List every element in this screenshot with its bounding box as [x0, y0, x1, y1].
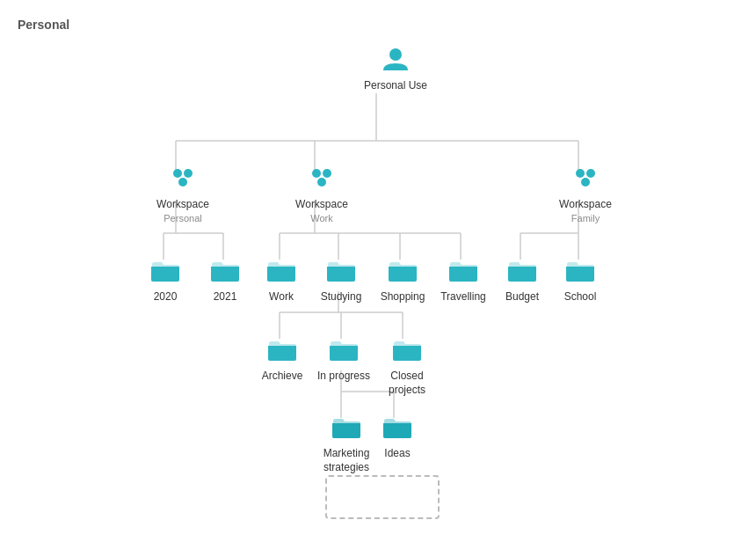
folder-work: Work: [258, 255, 304, 304]
svg-point-32: [312, 169, 321, 178]
folder-marketing-icon: [331, 412, 362, 443]
workspace-work-sublabel: Work: [310, 213, 332, 223]
folder-budget-label: Budget: [505, 290, 539, 304]
workspace-family-icon: [570, 163, 601, 194]
folder-shopping-label: Shopping: [381, 290, 425, 304]
folder-travelling-label: Travelling: [440, 290, 486, 304]
folder-closed-projects: Closed projects: [376, 334, 438, 397]
svg-point-29: [173, 169, 182, 178]
workspace-work-icon: [306, 163, 338, 194]
folder-work-icon: [265, 255, 297, 287]
folder-budget-icon: [506, 255, 538, 287]
svg-point-35: [576, 169, 585, 178]
workspace-personal-icon: [167, 163, 199, 194]
svg-point-33: [323, 169, 331, 178]
folder-2020: 2020: [142, 255, 188, 304]
folder-ideas-icon: [382, 412, 413, 443]
workspace-work-label: Workspace: [295, 198, 348, 212]
dashed-placeholder: [325, 475, 440, 519]
folder-archieve: Archieve: [257, 334, 308, 384]
person-icon: [380, 44, 411, 76]
folder-inprogress-icon: [328, 334, 360, 366]
folder-inprogress: In progress: [316, 334, 371, 384]
folder-work-label: Work: [269, 290, 294, 304]
folder-school-label: School: [564, 290, 597, 304]
workspace-personal-sublabel: Personal: [164, 213, 201, 223]
root-label: Personal Use: [364, 79, 427, 93]
folder-travelling-icon: [447, 255, 479, 287]
workspace-family-label: Workspace: [559, 198, 612, 212]
folder-2021-icon: [209, 255, 241, 287]
folder-budget: Budget: [498, 255, 547, 304]
folder-ideas-label: Ideas: [384, 447, 410, 461]
folder-archieve-label: Archieve: [262, 370, 303, 384]
folder-travelling: Travelling: [436, 255, 491, 304]
folder-shopping-icon: [387, 255, 418, 287]
svg-point-36: [586, 169, 595, 178]
folder-inprogress-label: In progress: [317, 370, 370, 384]
folder-school-icon: [564, 255, 596, 287]
folder-closed-icon: [391, 334, 423, 366]
svg-point-31: [178, 178, 187, 187]
workspace-personal: Workspace Personal: [151, 163, 214, 223]
workspace-family-sublabel: Family: [571, 213, 600, 223]
folder-shopping: Shopping: [378, 255, 427, 304]
folder-2021-label: 2021: [214, 290, 237, 304]
folder-2020-label: 2020: [154, 290, 178, 304]
folder-school: School: [557, 255, 603, 304]
svg-point-37: [581, 178, 590, 187]
folder-closed-label: Closed projects: [376, 370, 438, 397]
folder-archieve-icon: [266, 334, 298, 366]
root-node: Personal Use: [360, 44, 431, 93]
folder-ideas: Ideas: [374, 412, 420, 461]
workspace-family: Workspace Family: [554, 163, 617, 223]
svg-point-30: [184, 169, 193, 178]
workspace-personal-label: Workspace: [156, 198, 209, 212]
folder-studying-label: Studying: [321, 290, 362, 304]
svg-point-28: [389, 48, 402, 61]
folder-2021: 2021: [202, 255, 248, 304]
folder-studying: Studying: [316, 255, 366, 304]
folder-2020-icon: [149, 255, 181, 287]
folder-marketing: Marketingstrategies: [316, 412, 376, 474]
tree-container: Personal Use Workspace Personal Workspac…: [0, 0, 756, 542]
folder-studying-icon: [325, 255, 357, 287]
svg-point-34: [317, 178, 326, 187]
workspace-work: Workspace Work: [290, 163, 353, 223]
folder-marketing-label: Marketingstrategies: [323, 447, 370, 474]
